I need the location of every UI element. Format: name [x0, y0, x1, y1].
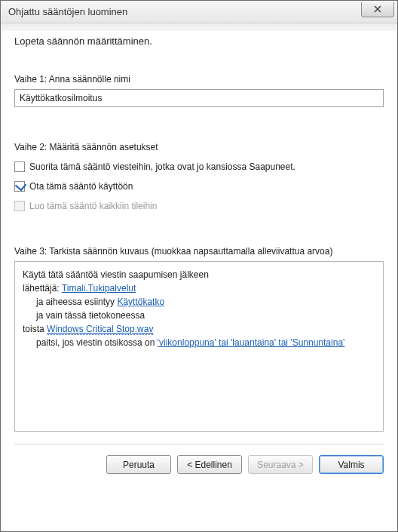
desc-text: toista: [23, 324, 47, 334]
window-title: Ohjattu sääntöjen luominen: [8, 6, 361, 17]
desc-line-sender: lähettäjä: Timali.Tukipalvelut: [23, 281, 375, 295]
button-row: Peruuta < Edellinen Seuraava > Valmis: [14, 444, 384, 474]
desc-line-except: paitsi, jos viestin otsikossa on 'viikon…: [23, 336, 375, 349]
checkbox-icon: [14, 181, 25, 192]
desc-text: paitsi, jos viestin otsikossa on: [36, 337, 158, 348]
desc-text: lähettäjä:: [23, 283, 62, 294]
checkbox-run-on-existing[interactable]: Suorita tämä sääntö viesteihin, jotka ov…: [14, 161, 384, 172]
sender-link[interactable]: Timali.Tukipalvelut: [62, 283, 136, 294]
checkbox-enable-rule[interactable]: Ota tämä sääntö käyttöön: [14, 181, 384, 192]
checkbox-label: Luo tämä sääntö kaikkiin tileihin: [29, 201, 157, 211]
cancel-button[interactable]: Peruuta: [106, 455, 171, 474]
dialog-window: Ohjattu sääntöjen luominen Lopeta säännö…: [0, 0, 398, 532]
checkbox-icon: [14, 201, 25, 211]
rule-name-input[interactable]: [14, 89, 384, 107]
desc-line-only-computer: ja vain tässä tietokoneessa: [23, 309, 375, 322]
step1-label: Vaihe 1: Anna säännölle nimi: [14, 74, 384, 85]
step3-label: Vaihe 3: Tarkista säännön kuvaus (muokka…: [14, 246, 384, 257]
back-button[interactable]: < Edellinen: [177, 455, 242, 474]
checkbox-label: Ota tämä sääntö käyttöön: [29, 181, 133, 192]
page-heading: Lopeta säännön määrittäminen.: [14, 35, 384, 47]
close-button[interactable]: [361, 2, 394, 17]
next-button: Seuraava >: [248, 455, 313, 474]
checkbox-all-accounts: Luo tämä sääntö kaikkiin tileihin: [14, 201, 384, 211]
step2-label: Vaihe 2: Määritä säännön asetukset: [14, 142, 384, 152]
desc-line-subject: ja aiheessa esiintyy Käyttökatko: [23, 295, 375, 309]
except-link[interactable]: 'viikonloppuna' tai 'lauantaina' tai 'Su…: [158, 337, 345, 348]
close-icon: [373, 5, 382, 13]
rule-description-box: Käytä tätä sääntöä viestin saapumisen jä…: [14, 261, 384, 432]
desc-line-play: toista Windows Critical Stop.wav: [23, 322, 375, 336]
checkbox-icon: [14, 161, 25, 172]
checkbox-label: Suorita tämä sääntö viesteihin, jotka ov…: [29, 161, 295, 172]
desc-line-apply: Käytä tätä sääntöä viestin saapumisen jä…: [23, 268, 375, 281]
play-sound-link[interactable]: Windows Critical Stop.wav: [47, 324, 153, 335]
desc-text: ja aiheessa esiintyy: [36, 297, 117, 307]
dialog-body: Lopeta säännön määrittäminen. Vaihe 1: A…: [1, 23, 397, 531]
subject-link[interactable]: Käyttökatko: [117, 297, 164, 307]
titlebar: Ohjattu sääntöjen luominen: [1, 1, 397, 23]
finish-button[interactable]: Valmis: [319, 455, 384, 474]
